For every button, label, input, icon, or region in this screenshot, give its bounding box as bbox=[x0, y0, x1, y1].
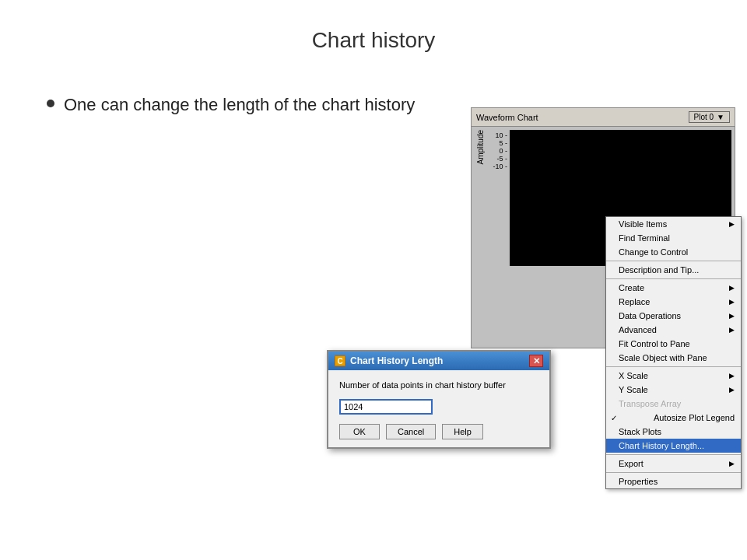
menu-item-data-operations[interactable]: Data Operations ▶ bbox=[606, 309, 741, 323]
bullet-dot bbox=[47, 100, 54, 107]
plot-arrow-icon: ▼ bbox=[717, 113, 724, 121]
y-ticks: 10 - 5 - 0 - -5 - -10 - bbox=[486, 130, 510, 164]
dialog-titlebar: C Chart History Length ✕ bbox=[328, 352, 549, 370]
chart-title-label: Waveform Chart bbox=[476, 113, 538, 122]
menu-item-export[interactable]: Export ▶ bbox=[606, 457, 741, 471]
bullet-text: One can change the length of the chart h… bbox=[64, 93, 415, 117]
y-axis-label: Amplitude bbox=[475, 130, 486, 164]
y-tick-0: 0 - bbox=[486, 147, 510, 155]
chart-history-dialog: C Chart History Length ✕ Number of data … bbox=[327, 350, 551, 449]
menu-label: Find Terminal bbox=[619, 233, 670, 243]
chart-history-input[interactable] bbox=[339, 399, 433, 415]
menu-label: Chart History Length... bbox=[619, 441, 704, 450]
menu-label: Data Operations bbox=[619, 311, 681, 320]
page-title: Chart history bbox=[0, 0, 747, 68]
plot-label: Plot 0 bbox=[694, 113, 714, 121]
submenu-arrow-icon: ▶ bbox=[729, 372, 735, 380]
dialog-close-button[interactable]: ✕ bbox=[529, 355, 543, 367]
menu-label: Change to Control bbox=[619, 247, 688, 257]
dialog-title: Chart History Length bbox=[350, 355, 443, 366]
menu-item-y-scale[interactable]: Y Scale ▶ bbox=[606, 383, 741, 397]
menu-separator-2 bbox=[606, 278, 741, 279]
menu-item-fit-control[interactable]: Fit Control to Pane bbox=[606, 337, 741, 351]
y-tick-10: 10 - bbox=[486, 131, 510, 139]
menu-item-description[interactable]: Description and Tip... bbox=[606, 263, 741, 277]
dialog-icon: C bbox=[335, 355, 345, 366]
submenu-arrow-icon: ▶ bbox=[729, 220, 735, 228]
menu-item-chart-history-length[interactable]: Chart History Length... bbox=[606, 439, 741, 453]
chart-plot-area: 10 - 5 - 0 - -5 - -10 - 0 bbox=[486, 130, 731, 164]
menu-item-autosize-legend[interactable]: ✓ Autosize Plot Legend bbox=[606, 411, 741, 425]
menu-item-stack-plots[interactable]: Stack Plots bbox=[606, 425, 741, 439]
menu-label: Export bbox=[619, 459, 644, 468]
menu-label: Y Scale bbox=[619, 385, 648, 394]
chart-header: Waveform Chart Plot 0 ▼ bbox=[472, 108, 735, 127]
submenu-arrow-icon: ▶ bbox=[729, 386, 735, 394]
menu-separator-3 bbox=[606, 366, 741, 367]
submenu-arrow-icon: ▶ bbox=[729, 284, 735, 292]
menu-separator-5 bbox=[606, 472, 741, 473]
menu-label: Transpose Array bbox=[619, 399, 681, 408]
menu-label: X Scale bbox=[619, 371, 648, 380]
submenu-arrow-icon: ▶ bbox=[729, 312, 735, 320]
menu-label: Replace bbox=[619, 297, 650, 306]
dialog-body: Number of data points in chart history b… bbox=[328, 370, 549, 447]
menu-item-change-control[interactable]: Change to Control bbox=[606, 245, 741, 259]
submenu-arrow-icon: ▶ bbox=[729, 460, 735, 467]
dialog-buttons: OK Cancel Help bbox=[339, 424, 538, 439]
menu-item-replace[interactable]: Replace ▶ bbox=[606, 295, 741, 309]
menu-label: Scale Object with Pane bbox=[619, 353, 707, 362]
dialog-ok-button[interactable]: OK bbox=[339, 424, 380, 439]
menu-label: Fit Control to Pane bbox=[619, 339, 690, 348]
menu-item-properties[interactable]: Properties bbox=[606, 474, 741, 488]
plot-button[interactable]: Plot 0 ▼ bbox=[689, 111, 730, 123]
menu-item-x-scale[interactable]: X Scale ▶ bbox=[606, 369, 741, 383]
menu-label: Visible Items bbox=[619, 219, 667, 229]
context-menu: Visible Items ▶ Find Terminal Change to … bbox=[605, 216, 742, 489]
menu-item-find-terminal[interactable]: Find Terminal bbox=[606, 231, 741, 245]
dialog-description: Number of data points in chart history b… bbox=[339, 380, 538, 391]
y-tick-neg10: -10 - bbox=[486, 163, 510, 170]
menu-label: Stack Plots bbox=[619, 427, 661, 436]
menu-label: Create bbox=[619, 283, 644, 292]
submenu-arrow-icon: ▶ bbox=[729, 326, 735, 334]
bullet-item: One can change the length of the chart h… bbox=[47, 93, 436, 117]
menu-label: Advanced bbox=[619, 325, 657, 334]
y-tick-neg5: -5 - bbox=[486, 155, 510, 163]
dialog-help-button[interactable]: Help bbox=[442, 424, 483, 439]
menu-label: Description and Tip... bbox=[619, 265, 699, 275]
menu-item-scale-object[interactable]: Scale Object with Pane bbox=[606, 351, 741, 365]
menu-label: Properties bbox=[619, 477, 658, 486]
submenu-arrow-icon: ▶ bbox=[729, 298, 735, 306]
menu-item-create[interactable]: Create ▶ bbox=[606, 281, 741, 295]
chart-inner: Amplitude 10 - 5 - 0 - -5 - -10 - 0 bbox=[475, 130, 731, 164]
menu-separator-4 bbox=[606, 454, 741, 455]
menu-label: Autosize Plot Legend bbox=[654, 413, 735, 422]
menu-separator-1 bbox=[606, 261, 741, 261]
menu-item-transpose-array: Transpose Array bbox=[606, 397, 741, 411]
y-tick-5: 5 - bbox=[486, 139, 510, 147]
content-area: One can change the length of the chart h… bbox=[47, 93, 436, 117]
check-icon: ✓ bbox=[611, 414, 619, 422]
menu-item-advanced[interactable]: Advanced ▶ bbox=[606, 323, 741, 337]
menu-item-visible-items[interactable]: Visible Items ▶ bbox=[606, 217, 741, 231]
dialog-cancel-button[interactable]: Cancel bbox=[386, 424, 436, 439]
